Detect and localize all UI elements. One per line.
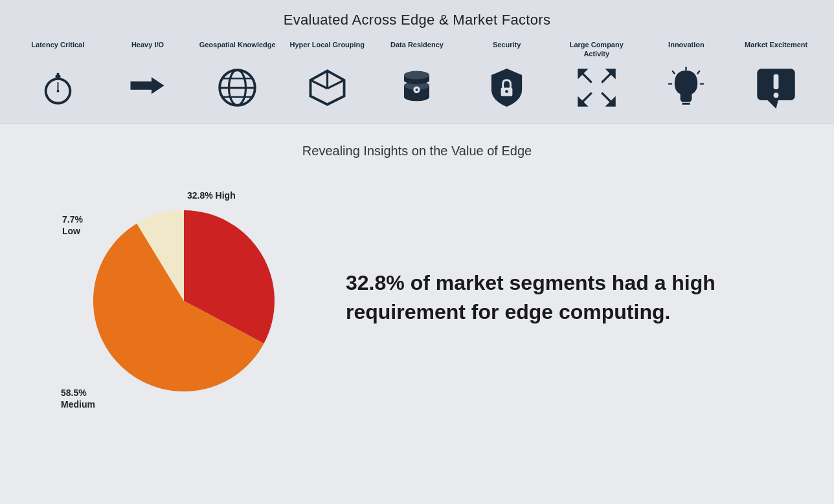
svg-rect-43 [774,74,779,89]
factor-label-market-excitement: Market Excitement [745,40,807,58]
globe-icon [215,65,260,110]
factor-large-company-activity: Large Company Activity [558,40,635,111]
factor-heavy-io: Heavy I/O [109,40,186,110]
svg-marker-42 [768,100,778,109]
insights-title: Revealing Insights on the Value of Edge [302,144,532,159]
factor-latency-critical: Latency Critical [19,40,96,110]
database-pin-icon [394,65,440,110]
svg-line-32 [582,93,592,102]
svg-point-44 [774,93,779,98]
top-section: Evaluated Across Edge & Market Factors L… [0,0,834,124]
bottom-section: Revealing Insights on the Value of Edge … [0,124,834,430]
main-title: Evaluated Across Edge & Market Factors [13,12,821,28]
cube-icon [304,65,350,110]
factor-label-large-company-activity: Large Company Activity [558,40,635,59]
factor-label-hyper-local-grouping: Hyper Local Grouping [290,40,365,58]
svg-rect-5 [56,72,59,76]
shield-lock-icon [484,65,530,110]
pie-label-medium: 58.5%Medium [61,387,95,410]
svg-line-15 [327,80,344,88]
svg-line-14 [310,80,327,88]
factor-geospatial-knowledge: Geospatial Knowledge [199,40,276,110]
factor-label-innovation: Innovation [668,40,704,58]
factors-row: Latency Critical Heavy I/O [13,40,821,111]
svg-line-38 [698,71,700,74]
factor-label-latency-critical: Latency Critical [31,40,84,58]
pie-chart [80,197,287,404]
stopwatch-icon [35,65,80,110]
lightbulb-icon [664,65,709,110]
svg-line-30 [582,73,592,83]
factor-label-heavy-io: Heavy I/O [131,40,164,58]
chart-area: 32.8% High 7.7%Low 58.5%Medium 32.8% of … [61,178,773,417]
svg-line-31 [602,73,611,83]
factor-data-residency: Data Residency [378,40,456,110]
factor-hyper-local-grouping: Hyper Local Grouping [288,40,366,110]
expand-arrows-icon [574,65,619,111]
factor-market-excitement: Market Excitement [738,40,815,110]
svg-marker-6 [131,77,164,94]
exclamation-bubble-icon [754,65,799,110]
svg-point-25 [505,90,508,93]
factor-innovation: Innovation [648,40,725,110]
pie-label-low: 7.7%Low [62,214,83,237]
svg-line-37 [673,71,675,74]
pie-chart-container: 32.8% High 7.7%Low 58.5%Medium [61,178,307,417]
factor-label-data-residency: Data Residency [390,40,444,58]
svg-point-21 [404,71,429,79]
svg-point-23 [416,88,418,91]
arrows-icon [125,65,170,110]
pie-label-high: 32.8% High [187,190,236,201]
factor-security: Security [468,40,546,110]
insight-text: 32.8% of market segments had a high requ… [307,268,773,327]
factor-label-geospatial-knowledge: Geospatial Knowledge [199,40,276,58]
factor-label-security: Security [493,40,521,58]
svg-line-33 [602,93,611,102]
